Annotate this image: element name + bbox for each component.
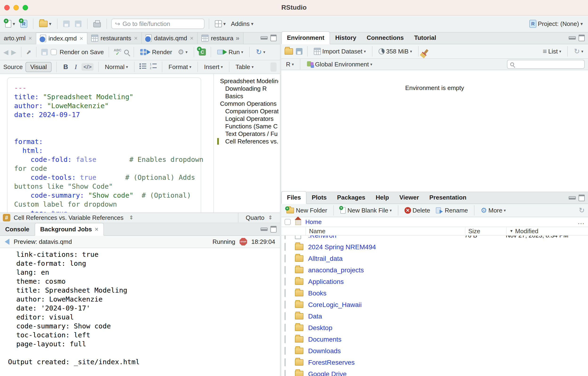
console-tab-Console[interactable]: Console xyxy=(0,223,35,235)
run-button[interactable]: Run ▾ xyxy=(216,48,244,57)
print-button[interactable] xyxy=(92,19,102,28)
close-tab-icon[interactable]: × xyxy=(190,35,193,42)
document-mode-selector[interactable]: Quarto ⇕ xyxy=(238,213,280,222)
save-workspace-icon[interactable] xyxy=(296,48,303,55)
file-checkbox[interactable] xyxy=(284,236,285,239)
open-file-button[interactable]: ▾ xyxy=(38,20,53,28)
list-view-button[interactable]: ≡ List ▾ xyxy=(541,46,563,56)
file-name-link[interactable]: Desktop xyxy=(308,324,464,332)
code-format-button[interactable]: </> xyxy=(82,63,94,71)
file-row[interactable]: ForestReserves xyxy=(281,357,588,368)
file-checkbox[interactable] xyxy=(284,312,285,320)
file-name-link[interactable]: Data xyxy=(308,313,464,320)
file-name-link[interactable]: anaconda_projects xyxy=(308,266,464,274)
paragraph-style-dropdown[interactable]: Normal ▾ xyxy=(104,63,129,72)
maximize-pane-icon[interactable] xyxy=(271,226,277,232)
source-rerun-button[interactable]: ↻ ▾ xyxy=(254,48,267,57)
render-options-button[interactable]: ⚙ ▾ xyxy=(177,48,189,57)
file-row[interactable]: Google Drive xyxy=(281,368,588,376)
editor-tab-restaura[interactable]: restaura» xyxy=(198,32,244,44)
file-row[interactable]: anaconda_projects xyxy=(281,264,588,276)
minimize-pane-icon[interactable] xyxy=(569,196,576,199)
tab-Tutorial[interactable]: Tutorial xyxy=(409,32,441,44)
spellcheck-icon[interactable]: ABC✓ xyxy=(114,48,122,56)
yaml-frontmatter-block[interactable]: ---title: "Spreadsheet Modeling"author: … xyxy=(7,77,201,212)
column-header-name[interactable]: Name xyxy=(306,227,465,235)
file-checkbox[interactable] xyxy=(284,324,285,332)
memory-usage-button[interactable]: 358 MiB ▾ xyxy=(377,47,413,56)
tab-Help[interactable]: Help xyxy=(371,191,394,204)
tab-overflow-icon[interactable]: » xyxy=(236,34,240,42)
file-name-link[interactable]: Documents xyxy=(308,336,464,343)
path-ellipsis-button[interactable]: ... xyxy=(578,218,585,226)
save-button[interactable] xyxy=(62,20,71,28)
new-project-button[interactable]: R xyxy=(19,19,29,29)
outline-item[interactable]: Cell References vs. … xyxy=(214,138,278,145)
file-row[interactable]: Desktop xyxy=(281,322,588,334)
forward-icon[interactable]: ▶ xyxy=(11,48,17,56)
tab-Plots[interactable]: Plots xyxy=(306,191,332,204)
back-icon[interactable]: ◀ xyxy=(3,48,9,56)
file-row[interactable]: Applications xyxy=(281,276,588,287)
format-menu[interactable]: Format ▾ xyxy=(167,63,193,72)
close-tab-icon[interactable]: × xyxy=(134,35,137,42)
file-name-link[interactable]: 2024 Spring NREM494 xyxy=(308,243,464,251)
more-button[interactable]: ⚙ More ▾ xyxy=(479,206,507,215)
outline-toggle-button[interactable] xyxy=(271,63,277,72)
outline-item[interactable]: Spreadsheet Modeling xyxy=(214,77,278,85)
outline-item[interactable]: Functions (Same C… xyxy=(214,123,278,130)
new-file-button[interactable]: ▾ xyxy=(4,19,17,29)
file-name-link[interactable]: Alltrail_data xyxy=(308,255,464,262)
file-checkbox[interactable] xyxy=(284,266,285,274)
file-name-link[interactable]: ForestReserves xyxy=(308,359,464,366)
file-name-link[interactable]: CoreLogic_Hawaii xyxy=(308,301,464,309)
file-checkbox[interactable] xyxy=(284,254,285,262)
refresh-environment-button[interactable]: ↻ ▾ xyxy=(572,47,585,56)
new-blank-file-button[interactable]: New Blank File ▾ xyxy=(338,206,393,215)
file-checkbox[interactable] xyxy=(284,358,285,366)
outline-item[interactable]: Text Operators / Fu… xyxy=(214,130,278,138)
file-checkbox[interactable] xyxy=(284,335,285,343)
import-dataset-button[interactable]: Import Dataset ▾ xyxy=(312,47,367,56)
insert-menu[interactable]: Insert ▾ xyxy=(203,63,224,72)
tab-Files[interactable]: Files xyxy=(281,191,306,204)
rename-button[interactable]: Rename xyxy=(434,206,469,215)
minimize-pane-icon[interactable] xyxy=(261,36,268,40)
code-editor[interactable]: ---title: "Spreadsheet Modeling"author: … xyxy=(0,74,213,212)
save-all-button[interactable] xyxy=(74,20,83,28)
column-header-size[interactable]: Size xyxy=(465,227,507,235)
outline-item[interactable]: Downloading R xyxy=(214,85,278,92)
minimize-pane-icon[interactable] xyxy=(261,228,268,231)
outline-item[interactable]: Common Operations … xyxy=(214,100,278,107)
editor-tab-datavis.qmd[interactable]: datavis.qmd× xyxy=(142,32,198,44)
tab-History[interactable]: History xyxy=(330,32,362,44)
file-name-link[interactable]: .Renviron xyxy=(308,236,464,239)
insert-chunk-button[interactable]: C xyxy=(199,49,206,56)
table-menu[interactable]: Table ▾ xyxy=(234,63,255,72)
tab-Environment[interactable]: Environment xyxy=(281,31,330,44)
close-tab-icon[interactable]: × xyxy=(95,226,98,233)
column-header-modified[interactable]: ▼ Modified xyxy=(507,227,588,235)
stop-job-button[interactable]: STOP xyxy=(240,238,247,245)
file-checkbox[interactable] xyxy=(284,301,285,309)
file-name-link[interactable]: Books xyxy=(308,290,464,297)
console-tab-Background Jobs[interactable]: Background Jobs× xyxy=(35,223,104,236)
outline-item[interactable]: Logical Operators xyxy=(214,115,278,123)
load-workspace-icon[interactable] xyxy=(284,48,293,55)
file-checkbox[interactable] xyxy=(284,289,285,297)
save-document-icon[interactable] xyxy=(41,49,48,55)
file-row[interactable]: Downloads xyxy=(281,345,588,357)
file-row[interactable]: CoreLogic_Hawaii xyxy=(281,299,588,311)
render-on-save-checkbox[interactable] xyxy=(51,49,57,55)
tab-Viewer[interactable]: Viewer xyxy=(394,191,424,204)
file-name-link[interactable]: Applications xyxy=(308,278,464,285)
environment-scope-selector[interactable]: Global Environment ▾ xyxy=(305,60,374,69)
environment-search-input[interactable] xyxy=(507,60,585,69)
language-selector[interactable]: R ▾ xyxy=(284,60,295,69)
file-row[interactable]: Alltrail_data xyxy=(281,253,588,264)
maximize-pane-icon[interactable] xyxy=(578,195,585,201)
find-replace-icon[interactable] xyxy=(124,50,129,54)
render-button[interactable]: Render xyxy=(139,48,173,57)
file-checkbox[interactable] xyxy=(284,278,285,285)
job-back-icon[interactable] xyxy=(5,239,10,245)
